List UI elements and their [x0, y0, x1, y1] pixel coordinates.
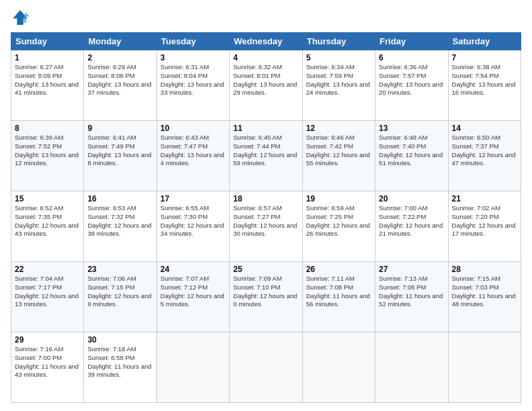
day-content: Sunrise: 6:36 AM Sunset: 7:57 PM Dayligh… [379, 63, 444, 97]
calendar-cell: 24Sunrise: 7:07 AM Sunset: 7:12 PM Dayli… [157, 262, 229, 332]
calendar-cell: 26Sunrise: 7:11 AM Sunset: 7:08 PM Dayli… [302, 262, 375, 332]
day-content: Sunrise: 6:43 AM Sunset: 7:47 PM Dayligh… [161, 134, 226, 168]
calendar-header-row: SundayMondayTuesdayWednesdayThursdayFrid… [11, 33, 521, 50]
day-number: 25 [233, 265, 298, 274]
day-content: Sunrise: 6:34 AM Sunset: 7:59 PM Dayligh… [306, 63, 371, 97]
day-number: 24 [161, 265, 226, 274]
day-content: Sunrise: 7:15 AM Sunset: 7:03 PM Dayligh… [452, 275, 517, 309]
page: SundayMondayTuesdayWednesdayThursdayFrid… [0, 0, 532, 411]
header-thursday: Thursday [302, 33, 375, 50]
day-content: Sunrise: 7:02 AM Sunset: 7:20 PM Dayligh… [452, 204, 517, 238]
day-content: Sunrise: 7:11 AM Sunset: 7:08 PM Dayligh… [306, 275, 371, 309]
calendar-cell: 8Sunrise: 6:39 AM Sunset: 7:52 PM Daylig… [11, 121, 84, 191]
day-content: Sunrise: 7:18 AM Sunset: 6:58 PM Dayligh… [87, 345, 152, 379]
calendar-cell: 20Sunrise: 7:00 AM Sunset: 7:22 PM Dayli… [375, 191, 448, 262]
day-content: Sunrise: 6:46 AM Sunset: 7:42 PM Dayligh… [306, 134, 371, 168]
logo-icon [11, 8, 30, 27]
day-content: Sunrise: 6:45 AM Sunset: 7:44 PM Dayligh… [233, 134, 298, 168]
day-content: Sunrise: 6:32 AM Sunset: 8:01 PM Dayligh… [233, 63, 298, 97]
day-content: Sunrise: 7:16 AM Sunset: 7:00 PM Dayligh… [15, 345, 80, 379]
day-number: 20 [379, 194, 444, 203]
day-content: Sunrise: 6:53 AM Sunset: 7:32 PM Dayligh… [87, 204, 152, 238]
calendar-cell: 4Sunrise: 6:32 AM Sunset: 8:01 PM Daylig… [230, 50, 302, 121]
calendar-cell [157, 332, 229, 403]
day-number: 23 [87, 265, 152, 274]
calendar-cell: 25Sunrise: 7:09 AM Sunset: 7:10 PM Dayli… [230, 262, 302, 332]
calendar-cell: 13Sunrise: 6:48 AM Sunset: 7:40 PM Dayli… [375, 121, 448, 191]
calendar-week-3: 15Sunrise: 6:52 AM Sunset: 7:35 PM Dayli… [11, 191, 521, 262]
day-content: Sunrise: 6:38 AM Sunset: 7:54 PM Dayligh… [452, 63, 517, 97]
day-content: Sunrise: 6:48 AM Sunset: 7:40 PM Dayligh… [379, 134, 444, 168]
calendar-cell: 9Sunrise: 6:41 AM Sunset: 7:49 PM Daylig… [84, 121, 157, 191]
day-number: 6 [379, 53, 444, 62]
day-number: 26 [306, 265, 371, 274]
day-content: Sunrise: 6:55 AM Sunset: 7:30 PM Dayligh… [161, 204, 226, 238]
day-content: Sunrise: 7:07 AM Sunset: 7:12 PM Dayligh… [161, 275, 226, 309]
calendar-cell: 5Sunrise: 6:34 AM Sunset: 7:59 PM Daylig… [302, 50, 375, 121]
calendar-cell: 7Sunrise: 6:38 AM Sunset: 7:54 PM Daylig… [448, 50, 521, 121]
header-saturday: Saturday [448, 33, 521, 50]
day-content: Sunrise: 7:09 AM Sunset: 7:10 PM Dayligh… [233, 275, 298, 309]
calendar-cell [302, 332, 375, 403]
day-number: 13 [379, 124, 444, 133]
day-content: Sunrise: 6:41 AM Sunset: 7:49 PM Dayligh… [87, 134, 152, 168]
day-number: 22 [15, 265, 80, 274]
header-tuesday: Tuesday [157, 33, 229, 50]
day-number: 27 [379, 265, 444, 274]
calendar-cell [230, 332, 302, 403]
day-number: 16 [87, 194, 152, 203]
day-number: 7 [452, 53, 517, 62]
calendar-cell: 16Sunrise: 6:53 AM Sunset: 7:32 PM Dayli… [84, 191, 157, 262]
day-number: 21 [452, 194, 517, 203]
day-content: Sunrise: 6:39 AM Sunset: 7:52 PM Dayligh… [15, 134, 80, 168]
calendar-week-4: 22Sunrise: 7:04 AM Sunset: 7:17 PM Dayli… [11, 262, 521, 332]
day-content: Sunrise: 6:29 AM Sunset: 8:06 PM Dayligh… [87, 63, 152, 97]
day-number: 15 [15, 194, 80, 203]
day-number: 4 [233, 53, 298, 62]
day-number: 29 [15, 335, 80, 345]
day-content: Sunrise: 6:59 AM Sunset: 7:25 PM Dayligh… [306, 204, 371, 238]
day-number: 14 [452, 124, 517, 133]
day-number: 28 [452, 265, 517, 274]
calendar-cell: 22Sunrise: 7:04 AM Sunset: 7:17 PM Dayli… [11, 262, 84, 332]
day-number: 19 [306, 194, 371, 203]
calendar-cell: 10Sunrise: 6:43 AM Sunset: 7:47 PM Dayli… [157, 121, 229, 191]
calendar-week-1: 1Sunrise: 6:27 AM Sunset: 8:09 PM Daylig… [11, 50, 521, 121]
day-content: Sunrise: 6:31 AM Sunset: 8:04 PM Dayligh… [161, 63, 226, 97]
calendar-cell: 2Sunrise: 6:29 AM Sunset: 8:06 PM Daylig… [84, 50, 157, 121]
day-number: 9 [87, 124, 152, 133]
calendar-cell: 17Sunrise: 6:55 AM Sunset: 7:30 PM Dayli… [157, 191, 229, 262]
calendar-cell: 11Sunrise: 6:45 AM Sunset: 7:44 PM Dayli… [230, 121, 302, 191]
calendar-cell: 23Sunrise: 7:06 AM Sunset: 7:15 PM Dayli… [84, 262, 157, 332]
header-monday: Monday [84, 33, 157, 50]
calendar-cell: 30Sunrise: 7:18 AM Sunset: 6:58 PM Dayli… [84, 332, 157, 403]
day-content: Sunrise: 7:13 AM Sunset: 7:05 PM Dayligh… [379, 275, 444, 309]
day-number: 3 [161, 53, 226, 62]
calendar-cell: 14Sunrise: 6:50 AM Sunset: 7:37 PM Dayli… [448, 121, 521, 191]
calendar-cell: 19Sunrise: 6:59 AM Sunset: 7:25 PM Dayli… [302, 191, 375, 262]
header-sunday: Sunday [11, 33, 84, 50]
calendar-week-2: 8Sunrise: 6:39 AM Sunset: 7:52 PM Daylig… [11, 121, 521, 191]
day-content: Sunrise: 6:27 AM Sunset: 8:09 PM Dayligh… [15, 63, 80, 97]
day-number: 5 [306, 53, 371, 62]
calendar-cell: 21Sunrise: 7:02 AM Sunset: 7:20 PM Dayli… [448, 191, 521, 262]
header [11, 8, 521, 27]
day-content: Sunrise: 6:50 AM Sunset: 7:37 PM Dayligh… [452, 134, 517, 168]
day-number: 17 [161, 194, 226, 203]
calendar-cell [448, 332, 521, 403]
day-number: 12 [306, 124, 371, 133]
day-content: Sunrise: 6:57 AM Sunset: 7:27 PM Dayligh… [233, 204, 298, 238]
day-content: Sunrise: 6:52 AM Sunset: 7:35 PM Dayligh… [15, 204, 80, 238]
day-content: Sunrise: 7:06 AM Sunset: 7:15 PM Dayligh… [87, 275, 152, 309]
calendar-cell: 1Sunrise: 6:27 AM Sunset: 8:09 PM Daylig… [11, 50, 84, 121]
calendar-cell: 28Sunrise: 7:15 AM Sunset: 7:03 PM Dayli… [448, 262, 521, 332]
day-number: 18 [233, 194, 298, 203]
day-number: 10 [161, 124, 226, 133]
calendar-cell: 15Sunrise: 6:52 AM Sunset: 7:35 PM Dayli… [11, 191, 84, 262]
calendar-cell: 3Sunrise: 6:31 AM Sunset: 8:04 PM Daylig… [157, 50, 229, 121]
day-content: Sunrise: 7:04 AM Sunset: 7:17 PM Dayligh… [15, 275, 80, 309]
day-number: 2 [87, 53, 152, 62]
day-number: 1 [15, 53, 80, 62]
calendar-cell: 29Sunrise: 7:16 AM Sunset: 7:00 PM Dayli… [11, 332, 84, 403]
calendar-cell [375, 332, 448, 403]
